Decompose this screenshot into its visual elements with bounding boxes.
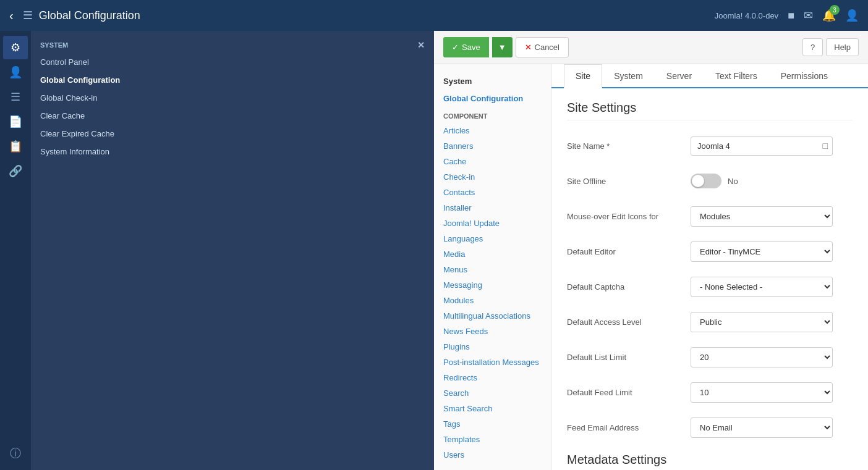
panel-component-smart-search[interactable]: Smart Search (434, 401, 551, 416)
label-default-access: Default Access Level (567, 317, 691, 327)
page-title: Global Configuration (39, 9, 708, 22)
field-site-offline: Site Offline No (567, 168, 853, 194)
nav-icon-components[interactable]: 📋 (3, 135, 28, 158)
panel-component-newsfeeds[interactable]: News Feeds (434, 324, 551, 339)
panel-component-checkin[interactable]: Check-in (434, 169, 551, 185)
content-body: Site Settings Site Name * □ Site Offline (551, 88, 868, 470)
toggle-label: No (728, 177, 738, 186)
panel-sidebar-global-config[interactable]: Global Configuration (434, 91, 551, 106)
panel-component-multilingual[interactable]: Multilingual Associations (434, 308, 551, 324)
panel-sidebar: System Global Configuration Component Ar… (434, 64, 551, 470)
sidebar-menu: System ✕ Control Panel Global Configurat… (31, 31, 434, 470)
sidebar-item-global-checkin[interactable]: Global Check-in (31, 89, 434, 107)
panel-component-users[interactable]: Users (434, 447, 551, 463)
panel-component-articles[interactable]: Articles (434, 123, 551, 138)
panel-component-contacts[interactable]: Contacts (434, 185, 551, 200)
field-site-name: Site Name * □ (567, 133, 853, 159)
toolbar-right: ? Help (802, 38, 859, 56)
default-access-select[interactable]: Public (691, 312, 833, 332)
toggle-track[interactable] (691, 174, 721, 188)
panel-component-tags[interactable]: Tags (434, 416, 551, 432)
panel-component-banners[interactable]: Banners (434, 138, 551, 154)
label-default-list-limit: Default List Limit (567, 353, 691, 362)
sidebar-section-title: System ✕ (31, 37, 434, 53)
tab-text-filters[interactable]: Text Filters (704, 64, 769, 88)
user-icon-btn[interactable]: 👤 (845, 9, 859, 22)
cancel-button[interactable]: ✕ Cancel (516, 37, 569, 57)
sidebar-close-btn[interactable]: ✕ (417, 40, 425, 50)
panel-component-cache[interactable]: Cache (434, 154, 551, 169)
tab-site[interactable]: Site (564, 64, 602, 88)
default-list-limit-select[interactable]: 20 (691, 347, 833, 367)
panel-component-modules[interactable]: Modules (434, 293, 551, 308)
label-default-captcha: Default Captcha (567, 282, 691, 292)
panel-component-post-install[interactable]: Post-installation Messages (434, 355, 551, 370)
mail-icon-btn[interactable]: ✉ (804, 9, 813, 22)
sidebar-item-control-panel[interactable]: Control Panel (31, 53, 434, 71)
nav-icon-users[interactable]: 👤 (3, 61, 28, 84)
toggle-thumb (692, 175, 704, 187)
field-feed-email: Feed Email Address No Email (567, 414, 853, 440)
default-editor-select[interactable]: Editor - TinyMCE (691, 241, 833, 262)
panel-component-templates[interactable]: Templates (434, 432, 551, 447)
nav-icon-info[interactable]: ⓘ (3, 442, 28, 465)
label-site-name: Site Name * (567, 141, 691, 151)
sidebar-item-clear-expired-cache[interactable]: Clear Expired Cache (31, 125, 434, 143)
panel-component-plugins[interactable]: Plugins (434, 339, 551, 355)
joomla-icon-btn[interactable]: ■ (788, 9, 794, 22)
notification-badge: 3 (830, 5, 840, 15)
panel-component-search[interactable]: Search (434, 385, 551, 401)
save-dropdown-button[interactable]: ▼ (492, 37, 513, 57)
panel-area: System Global Configuration Component Ar… (434, 64, 868, 470)
default-captcha-select[interactable]: - None Selected - (691, 277, 833, 297)
site-offline-toggle[interactable]: No (691, 174, 738, 188)
panel-component-media[interactable]: Media (434, 246, 551, 262)
toolbar: ✓ Save ▼ ✕ Cancel ? Help (434, 31, 868, 64)
main-content: Site System Server Text Filters Permissi… (551, 64, 868, 470)
panel-component-redirects[interactable]: Redirects (434, 370, 551, 385)
topbar: ‹ ☰ Global Configuration Joomla! 4.0.0-d… (0, 0, 868, 31)
label-mouseover-edit: Mouse-over Edit Icons for (567, 212, 691, 221)
nav-icon-content[interactable]: 📄 (3, 110, 28, 133)
panel-component-languages[interactable]: Languages (434, 231, 551, 246)
default-feed-limit-select[interactable]: 10 (691, 382, 833, 403)
content-area: ✓ Save ▼ ✕ Cancel ? Help System Global C… (434, 31, 868, 470)
cancel-icon: ✕ (525, 43, 532, 52)
panel-sidebar-system-title: System (434, 73, 551, 91)
panel-component-installer[interactable]: Installer (434, 200, 551, 216)
version-label: Joomla! 4.0.0-dev (715, 11, 778, 20)
field-default-access: Default Access Level Public (567, 309, 853, 335)
feed-email-select[interactable]: No Email (691, 418, 833, 438)
mouseover-edit-select[interactable]: Modules (691, 206, 833, 227)
field-default-list-limit: Default List Limit 20 (567, 344, 853, 370)
site-name-input[interactable] (691, 136, 833, 156)
label-site-offline: Site Offline (567, 177, 691, 186)
label-default-feed-limit: Default Feed Limit (567, 388, 691, 397)
tab-permissions[interactable]: Permissions (769, 64, 840, 88)
tab-server[interactable]: Server (655, 64, 704, 88)
notification-icon-btn[interactable]: 🔔 3 (822, 9, 836, 22)
panel-component-menus[interactable]: Menus (434, 262, 551, 277)
back-button[interactable]: ‹ (9, 9, 14, 23)
question-button[interactable]: ? (802, 38, 823, 56)
sidebar-item-system-information[interactable]: System Information (31, 143, 434, 161)
nav-icon-system[interactable]: ⚙ (3, 36, 28, 59)
save-button[interactable]: ✓ Save (443, 37, 489, 57)
nav-icon-extensions[interactable]: 🔗 (3, 159, 28, 183)
main-layout: ⚙ 👤 ☰ 📄 📋 🔗 ⓘ System ✕ Control Panel Glo… (0, 31, 868, 470)
toolbar-left: ✓ Save ▼ ✕ Cancel (443, 37, 569, 57)
topbar-right: Joomla! 4.0.0-dev ■ ✉ 🔔 3 👤 (715, 9, 859, 22)
field-default-feed-limit: Default Feed Limit 10 (567, 379, 853, 405)
metadata-settings-title: Metadata Settings (567, 453, 853, 470)
sidebar-item-global-config[interactable]: Global Configuration (31, 71, 434, 89)
tab-system[interactable]: System (602, 64, 655, 88)
panel-component-joomla-update[interactable]: Joomla! Update (434, 216, 551, 231)
save-icon: ✓ (452, 43, 459, 52)
nav-icon-menus[interactable]: ☰ (3, 85, 28, 109)
sidebar-nav-icons: ⚙ 👤 ☰ 📄 📋 🔗 ⓘ (0, 31, 31, 470)
help-button[interactable]: Help (826, 38, 859, 56)
sidebar-item-clear-cache[interactable]: Clear Cache (31, 107, 434, 125)
panel-sidebar-component-title: Component (434, 106, 551, 123)
panel-component-messaging[interactable]: Messaging (434, 277, 551, 293)
site-name-input-wrapper: □ (691, 136, 833, 156)
